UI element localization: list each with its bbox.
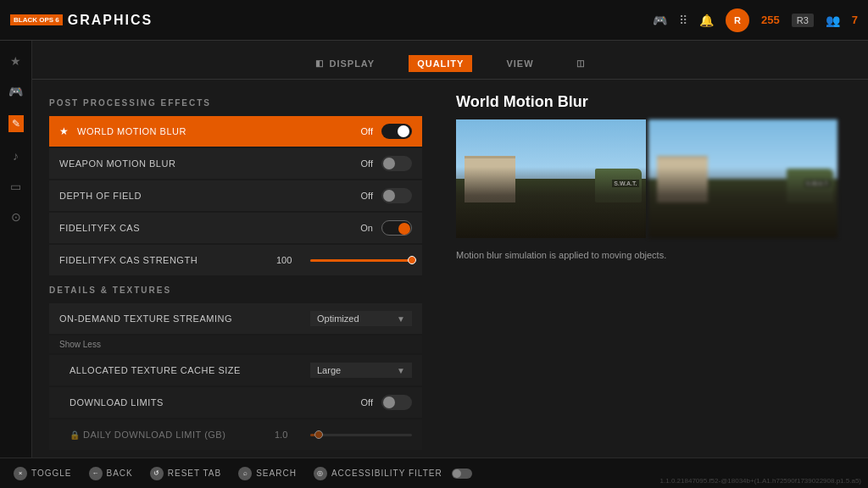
slider-knob [408,256,416,264]
logo-area: BLACK OPS 6 GRAPHICS [10,13,153,28]
download-limits-toggle[interactable] [381,395,412,410]
bell-icon[interactable]: 🔔 [699,14,714,27]
action-toggle[interactable]: × TOGGLE [14,467,72,480]
weapon-motion-blur-value: Off [339,158,373,169]
tab-view-label: VIEW [506,58,533,69]
accessibility-toggle[interactable] [452,469,472,479]
version-text: 1.1.0.21847095.f52-@18034b+(1.A1.h72590f… [660,477,861,485]
back-action-label: BACK [107,469,133,478]
logo-title: GRAPHICS [68,13,153,28]
action-accessibility[interactable]: ◎ ACCESSIBILITY FILTER [314,467,472,480]
setting-texture-streaming[interactable]: On-Demand Texture Streaming Optimized ▼ [49,303,422,334]
texture-cache-value: Large [317,365,341,375]
show-less-label: Show Less [59,340,101,349]
group-icon: 👥 [826,14,840,27]
depth-of-field-knob [383,190,395,202]
setting-world-motion-blur[interactable]: ★ World Motion Blur Off [49,116,422,147]
daily-download-label: Daily Download Limit (GB) [83,430,275,440]
texture-streaming-value: Optimized [317,313,359,324]
search-action-icon: ⌕ [238,467,252,480]
fidelityfx-cas-knob [398,223,410,235]
depth-of-field-label: Depth of Field [59,191,339,201]
slider-fill [310,259,412,262]
texture-streaming-dropdown[interactable]: Optimized ▼ [310,311,412,326]
daily-download-slider [310,434,412,436]
setting-depth-of-field[interactable]: Depth of Field Off [49,180,422,211]
left-sidebar: ★ 🎮 ✎ ♪ ▭ ⊙ [0,41,32,488]
preview-image-normal: S.W.A.T. [456,119,646,238]
fidelityfx-slider-area: 100 [276,255,412,265]
weapon-motion-blur-toggle[interactable] [381,156,412,171]
world-motion-blur-toggle[interactable] [381,124,412,139]
extra-tab-icon: ◫ [576,58,585,68]
setting-fidelityfx-cas-strength: FIDELITYFX CAS Strength 100 [49,245,422,275]
accessibility-action-icon: ◎ [314,467,327,480]
depth-of-field-toggle[interactable] [381,188,412,203]
texture-streaming-arrow: ▼ [397,314,405,324]
section-post-processing-header: POST PROCESSING EFFECTS [49,98,422,108]
download-limits-label: Download Limits [70,397,339,408]
setting-fidelityfx-cas[interactable]: FIDELITYFX CAS On [49,213,422,243]
sidebar-icon-edit[interactable]: ✎ [8,115,24,132]
main-content: POST PROCESSING EFFECTS ★ World Motion B… [32,80,868,458]
setting-weapon-motion-blur[interactable]: Weapon Motion Blur Off [49,148,422,179]
sidebar-icon-star[interactable]: ★ [10,54,21,68]
sidebar-icon-network[interactable]: ⊙ [11,210,21,224]
preview-image-blurred: S.W.A.T. [648,119,838,238]
tab-extra[interactable]: ◫ [568,55,593,71]
hands-overlay-right [648,167,838,238]
download-limits-knob [383,396,395,408]
tab-view[interactable]: VIEW [498,55,542,72]
hands-overlay-left [456,167,646,238]
player-count: 255 [761,14,780,26]
setting-download-limits[interactable]: Download Limits Off [49,387,422,418]
logo-line1: BLACK OPS 6 [14,16,59,25]
action-reset-tab[interactable]: ↺ RESET TAB [150,467,221,480]
texture-cache-size-label: Allocated Texture Cache Size [70,365,310,375]
sidebar-icon-display[interactable]: ▭ [10,180,21,193]
fidelityfx-cas-strength-label: FIDELITYFX CAS Strength [59,255,276,265]
action-search[interactable]: ⌕ SEARCH [238,467,297,480]
texture-streaming-label: On-Demand Texture Streaming [59,313,310,324]
lock-icon: 🔒 [70,430,80,440]
setting-texture-cache-size[interactable]: Allocated Texture Cache Size Large ▼ [49,355,422,385]
daily-download-slider-container: 1.0 [275,430,412,440]
preview-title: World Motion Blur [456,93,851,111]
accessibility-toggle-knob [453,469,461,478]
depth-of-field-value: Off [339,191,373,201]
download-limits-value: Off [339,397,373,408]
show-less-button[interactable]: Show Less [49,336,422,353]
reset-tab-label: RESET TAB [168,469,221,478]
tab-display[interactable]: ◧ DISPLAY [307,55,383,72]
top-bar: BLACK OPS 6 GRAPHICS 🎮 ⠿ 🔔 R 255 R3 👥 7 [0,0,868,41]
fidelityfx-cas-label: FIDELITYFX CAS [59,223,339,233]
star-icon: ★ [59,125,69,137]
grid-icon[interactable]: ⠿ [679,14,687,27]
weapon-motion-blur-knob [383,158,395,169]
avatar[interactable]: R [726,8,749,32]
action-back[interactable]: ← BACK [89,467,133,480]
world-motion-blur-toggle-knob [398,125,409,137]
daily-slider-knob [314,430,323,439]
fidelityfx-strength-slider[interactable] [310,259,412,262]
texture-cache-arrow: ▼ [397,366,405,375]
world-motion-blur-label: World Motion Blur [77,126,339,136]
controller-icon[interactable]: 🎮 [653,14,667,27]
top-bar-right: 🎮 ⠿ 🔔 R 255 R3 👥 7 [653,8,858,32]
fidelityfx-cas-value: On [339,223,373,233]
tab-display-label: DISPLAY [329,58,375,69]
tab-quality[interactable]: QUALITY [409,55,472,72]
fidelityfx-cas-toggle[interactable] [381,220,412,236]
reset-tab-icon: ↺ [150,467,164,480]
bottom-bar: × TOGGLE ← BACK ↺ RESET TAB ⌕ SEARCH ◎ A… [0,458,868,488]
setting-daily-download-limit: 🔒 Daily Download Limit (GB) 1.0 [49,419,422,450]
sidebar-icon-sound[interactable]: ♪ [13,149,19,163]
logo-box: BLACK OPS 6 [10,14,63,26]
weapon-motion-blur-label: Weapon Motion Blur [59,158,339,169]
texture-cache-dropdown[interactable]: Large ▼ [310,363,412,378]
toggle-action-label: TOGGLE [31,469,72,478]
sidebar-icon-gamepad[interactable]: 🎮 [8,85,23,98]
left-panel: POST PROCESSING EFFECTS ★ World Motion B… [32,80,439,458]
search-action-label: SEARCH [256,469,297,478]
preview-images: S.W.A.T. S.W.A.T. [456,119,837,238]
